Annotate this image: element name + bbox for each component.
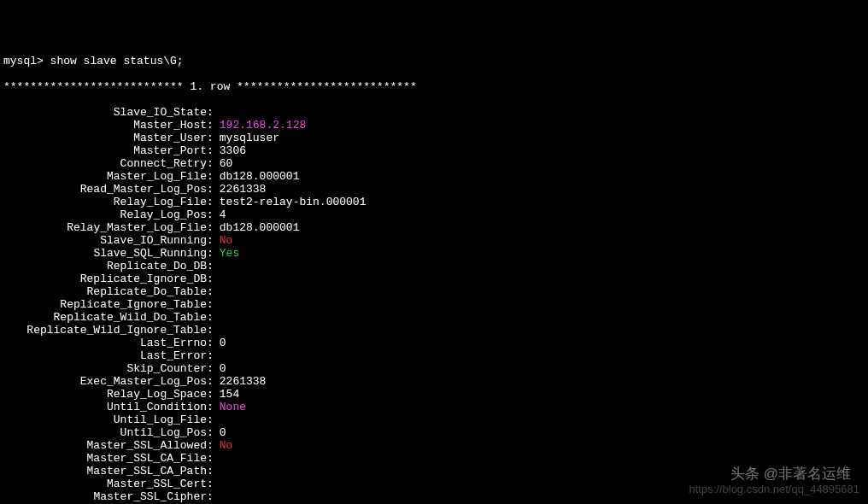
status-row: Skip_Counter:0 [3,362,865,375]
status-row: Read_Master_Log_Pos:2261338 [3,183,865,196]
field-value [214,106,220,119]
field-value [214,349,220,362]
field-label: Master_Port [3,144,207,157]
field-label: Until_Log_File [3,413,207,426]
field-value [214,324,220,337]
field-value: 2261338 [214,183,267,196]
status-row: Until_Log_Pos:0 [3,426,865,439]
field-label: Replicate_Ignore_Table [3,298,207,311]
status-row: Relay_Log_File:test2-relay-bin.000001 [3,196,865,208]
field-value [214,452,220,465]
field-value: 0 [214,337,226,349]
field-value [214,478,220,490]
field-value: db128.000001 [214,170,300,183]
field-label: Slave_IO_State [3,106,207,119]
field-value [214,273,220,285]
field-value: 3306 [214,144,246,157]
field-label: Replicate_Ignore_DB [3,273,207,285]
prompt: mysql> [3,55,50,67]
field-label: Master_SSL_Cert [3,478,207,490]
field-label: Master_SSL_Cipher [3,490,207,503]
field-label: Master_SSL_Allowed [3,439,207,452]
command: show slave status\G; [50,55,184,67]
field-label: Relay_Log_File [3,196,207,208]
status-row: Replicate_Wild_Ignore_Table: [3,324,865,337]
field-label: Master_SSL_CA_File [3,452,207,465]
field-value: 192.168.2.128 [214,119,306,132]
field-label: Slave_IO_Running [3,234,207,247]
field-label: Slave_SQL_Running [3,247,207,260]
field-label: Read_Master_Log_Pos [3,183,207,196]
status-row: Until_Log_File: [3,413,865,426]
field-value: db128.000001 [214,221,300,234]
field-label: Replicate_Wild_Ignore_Table [3,324,207,337]
field-value: test2-relay-bin.000001 [214,196,367,208]
field-value: Yes [214,247,239,260]
field-label: Last_Error [3,349,207,362]
status-row: Master_Port:3306 [3,144,865,157]
field-label: Replicate_Do_DB [3,260,207,273]
status-row: Relay_Master_Log_File:db128.000001 [3,221,865,234]
status-row: Replicate_Ignore_Table: [3,298,865,311]
field-label: Skip_Counter [3,362,207,375]
status-row: Relay_Log_Space:154 [3,388,865,401]
status-row: Master_SSL_CA_Path: [3,465,865,478]
field-value: No [214,234,233,247]
field-value: None [214,401,246,413]
status-row: Master_SSL_CA_File: [3,452,865,465]
status-row: Master_SSL_Cert: [3,478,865,490]
field-label: Connect_Retry [3,157,207,170]
status-row: Connect_Retry:60 [3,157,865,170]
status-row: Master_User:mysqluser [3,132,865,144]
field-label: Master_SSL_CA_Path [3,465,207,478]
status-row: Last_Errno:0 [3,337,865,349]
field-value: 60 [214,157,233,170]
field-value [214,311,220,324]
status-row: Replicate_Ignore_DB: [3,273,865,285]
field-label: Relay_Log_Space [3,388,207,401]
field-value: 154 [214,388,239,401]
status-row: Replicate_Wild_Do_Table: [3,311,865,324]
row-header: *************************** 1. row *****… [3,80,865,93]
status-row: Slave_IO_State: [3,106,865,119]
field-label: Until_Condition [3,401,207,413]
field-value [214,298,220,311]
field-value [214,260,220,273]
field-label: Master_User [3,132,207,144]
field-label: Master_Log_File [3,170,207,183]
field-value: 0 [214,426,226,439]
status-row: Master_SSL_Allowed:No [3,439,865,452]
status-row: Exec_Master_Log_Pos:2261338 [3,375,865,388]
prompt-line[interactable]: mysql> show slave status\G; [3,55,865,67]
field-value [214,490,220,503]
field-label: Relay_Log_Pos [3,208,207,221]
field-value: 0 [214,362,226,375]
field-label: Until_Log_Pos [3,426,207,439]
status-row: Slave_IO_Running:No [3,234,865,247]
status-row: Replicate_Do_Table: [3,285,865,298]
field-value [214,465,220,478]
status-row: Master_SSL_Cipher: [3,490,865,503]
field-value: mysqluser [214,132,279,144]
status-row: Relay_Log_Pos:4 [3,208,865,221]
status-row: Slave_SQL_Running:Yes [3,247,865,260]
field-value: 4 [214,208,226,221]
status-row: Until_Condition:None [3,401,865,413]
status-row: Master_Host:192.168.2.128 [3,119,865,132]
field-value [214,413,220,426]
field-label: Master_Host [3,119,207,132]
field-value: 2261338 [214,375,267,388]
status-row: Replicate_Do_DB: [3,260,865,273]
field-value [214,285,220,298]
field-value: No [214,439,233,452]
field-label: Replicate_Do_Table [3,285,207,298]
field-label: Relay_Master_Log_File [3,221,207,234]
status-rows: Slave_IO_State:Master_Host:192.168.2.128… [3,106,865,504]
status-row: Master_Log_File:db128.000001 [3,170,865,183]
status-row: Last_Error: [3,349,865,362]
field-label: Exec_Master_Log_Pos [3,375,207,388]
field-label: Last_Errno [3,337,207,349]
field-label: Replicate_Wild_Do_Table [3,311,207,324]
